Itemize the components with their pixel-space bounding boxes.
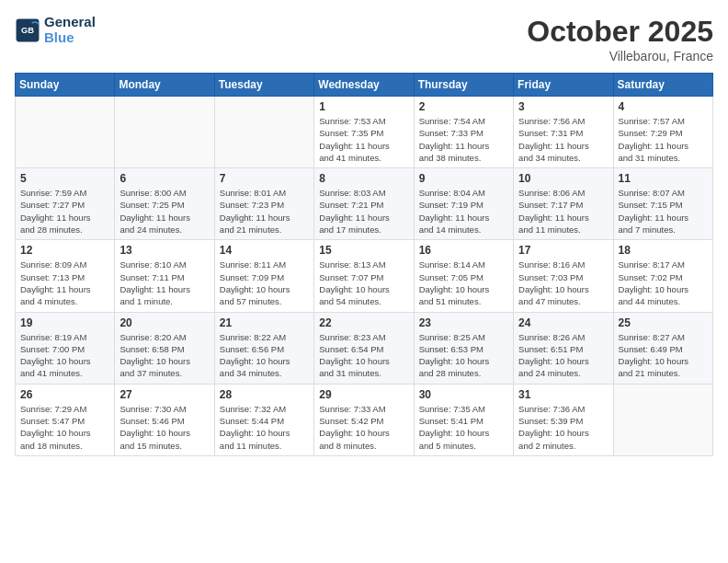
calendar-cell: 18Sunrise: 8:17 AM Sunset: 7:02 PM Dayli…	[613, 240, 712, 312]
svg-text:GB: GB	[21, 26, 34, 35]
calendar-cell: 12Sunrise: 8:09 AM Sunset: 7:13 PM Dayli…	[16, 240, 115, 312]
day-info: Sunrise: 7:35 AM Sunset: 5:41 PM Dayligh…	[419, 403, 508, 452]
weekday-header-sunday: Sunday	[16, 74, 115, 97]
calendar-cell	[115, 97, 214, 168]
calendar-week-5: 26Sunrise: 7:29 AM Sunset: 5:47 PM Dayli…	[16, 384, 713, 455]
calendar-cell: 8Sunrise: 8:03 AM Sunset: 7:21 PM Daylig…	[314, 168, 414, 240]
logo-text-line1: General	[44, 15, 96, 30]
calendar-cell: 11Sunrise: 8:07 AM Sunset: 7:15 PM Dayli…	[613, 168, 712, 240]
calendar-cell: 26Sunrise: 7:29 AM Sunset: 5:47 PM Dayli…	[16, 384, 115, 455]
day-number: 16	[419, 244, 508, 257]
day-info: Sunrise: 8:27 AM Sunset: 6:49 PM Dayligh…	[619, 331, 708, 380]
logo-icon: GB	[15, 17, 40, 43]
day-number: 17	[518, 244, 608, 257]
day-number: 2	[419, 100, 508, 113]
day-info: Sunrise: 8:04 AM Sunset: 7:19 PM Dayligh…	[419, 187, 508, 236]
calendar-cell: 27Sunrise: 7:30 AM Sunset: 5:46 PM Dayli…	[115, 384, 214, 455]
day-number: 1	[319, 100, 408, 113]
calendar-cell: 9Sunrise: 8:04 AM Sunset: 7:19 PM Daylig…	[414, 168, 513, 240]
calendar-cell: 23Sunrise: 8:25 AM Sunset: 6:53 PM Dayli…	[414, 312, 513, 384]
day-number: 8	[319, 172, 408, 185]
day-number: 14	[220, 244, 309, 257]
logo-text-line2: Blue	[44, 30, 96, 46]
calendar-cell: 15Sunrise: 8:13 AM Sunset: 7:07 PM Dayli…	[314, 240, 414, 312]
day-number: 22	[319, 316, 408, 329]
calendar-cell: 31Sunrise: 7:36 AM Sunset: 5:39 PM Dayli…	[514, 384, 613, 455]
day-number: 7	[220, 172, 309, 185]
day-number: 9	[419, 172, 508, 185]
calendar-cell	[16, 97, 115, 168]
logo: GB General Blue	[15, 15, 96, 45]
calendar-cell: 14Sunrise: 8:11 AM Sunset: 7:09 PM Dayli…	[214, 240, 313, 312]
calendar-week-2: 5Sunrise: 7:59 AM Sunset: 7:27 PM Daylig…	[16, 168, 713, 240]
day-info: Sunrise: 7:30 AM Sunset: 5:46 PM Dayligh…	[119, 403, 209, 452]
calendar-cell: 17Sunrise: 8:16 AM Sunset: 7:03 PM Dayli…	[514, 240, 613, 312]
weekday-header-tuesday: Tuesday	[214, 74, 313, 97]
day-info: Sunrise: 7:29 AM Sunset: 5:47 PM Dayligh…	[20, 403, 109, 452]
weekday-header-friday: Friday	[514, 74, 613, 97]
calendar-cell	[214, 97, 313, 168]
day-number: 21	[220, 316, 309, 329]
day-info: Sunrise: 7:57 AM Sunset: 7:29 PM Dayligh…	[619, 115, 708, 164]
day-info: Sunrise: 7:56 AM Sunset: 7:31 PM Dayligh…	[518, 115, 608, 164]
calendar-cell: 13Sunrise: 8:10 AM Sunset: 7:11 PM Dayli…	[115, 240, 214, 312]
calendar-cell: 2Sunrise: 7:54 AM Sunset: 7:33 PM Daylig…	[414, 97, 513, 168]
calendar-cell: 3Sunrise: 7:56 AM Sunset: 7:31 PM Daylig…	[514, 97, 613, 168]
day-info: Sunrise: 8:13 AM Sunset: 7:07 PM Dayligh…	[319, 259, 408, 307]
day-number: 18	[619, 244, 708, 257]
calendar-cell: 20Sunrise: 8:20 AM Sunset: 6:58 PM Dayli…	[115, 312, 214, 384]
day-number: 31	[518, 388, 608, 401]
calendar-cell: 25Sunrise: 8:27 AM Sunset: 6:49 PM Dayli…	[613, 312, 712, 384]
calendar-week-4: 19Sunrise: 8:19 AM Sunset: 7:00 PM Dayli…	[16, 312, 713, 384]
day-number: 3	[518, 100, 608, 113]
day-number: 11	[619, 172, 708, 185]
day-info: Sunrise: 8:01 AM Sunset: 7:23 PM Dayligh…	[220, 187, 309, 236]
day-number: 24	[518, 316, 608, 329]
day-info: Sunrise: 7:32 AM Sunset: 5:44 PM Dayligh…	[220, 403, 309, 452]
day-number: 28	[220, 388, 309, 401]
calendar-cell: 6Sunrise: 8:00 AM Sunset: 7:25 PM Daylig…	[115, 168, 214, 240]
day-number: 13	[119, 244, 209, 257]
day-info: Sunrise: 8:07 AM Sunset: 7:15 PM Dayligh…	[619, 187, 708, 236]
day-info: Sunrise: 8:14 AM Sunset: 7:05 PM Dayligh…	[419, 259, 508, 307]
weekday-header-row: SundayMondayTuesdayWednesdayThursdayFrid…	[16, 74, 713, 97]
weekday-header-monday: Monday	[115, 74, 214, 97]
day-info: Sunrise: 7:53 AM Sunset: 7:35 PM Dayligh…	[319, 115, 408, 164]
calendar-cell: 4Sunrise: 7:57 AM Sunset: 7:29 PM Daylig…	[613, 97, 712, 168]
calendar-cell: 24Sunrise: 8:26 AM Sunset: 6:51 PM Dayli…	[514, 312, 613, 384]
day-number: 15	[319, 244, 408, 257]
calendar-week-3: 12Sunrise: 8:09 AM Sunset: 7:13 PM Dayli…	[16, 240, 713, 312]
day-info: Sunrise: 7:59 AM Sunset: 7:27 PM Dayligh…	[20, 187, 109, 236]
calendar: SundayMondayTuesdayWednesdayThursdayFrid…	[15, 73, 713, 456]
day-number: 23	[419, 316, 508, 329]
calendar-cell: 1Sunrise: 7:53 AM Sunset: 7:35 PM Daylig…	[314, 97, 414, 168]
day-number: 29	[319, 388, 408, 401]
day-info: Sunrise: 8:25 AM Sunset: 6:53 PM Dayligh…	[419, 331, 508, 380]
day-number: 27	[119, 388, 209, 401]
day-number: 20	[119, 316, 209, 329]
month-title: October 2025	[527, 15, 713, 49]
calendar-cell: 10Sunrise: 8:06 AM Sunset: 7:17 PM Dayli…	[514, 168, 613, 240]
day-number: 5	[20, 172, 109, 185]
location: Villebarou, France	[527, 49, 713, 63]
calendar-cell: 5Sunrise: 7:59 AM Sunset: 7:27 PM Daylig…	[16, 168, 115, 240]
calendar-cell: 7Sunrise: 8:01 AM Sunset: 7:23 PM Daylig…	[214, 168, 313, 240]
calendar-cell: 16Sunrise: 8:14 AM Sunset: 7:05 PM Dayli…	[414, 240, 513, 312]
calendar-cell: 28Sunrise: 7:32 AM Sunset: 5:44 PM Dayli…	[214, 384, 313, 455]
weekday-header-saturday: Saturday	[613, 74, 712, 97]
calendar-header: SundayMondayTuesdayWednesdayThursdayFrid…	[16, 74, 713, 97]
calendar-body: 1Sunrise: 7:53 AM Sunset: 7:35 PM Daylig…	[16, 97, 713, 456]
day-info: Sunrise: 8:16 AM Sunset: 7:03 PM Dayligh…	[518, 259, 608, 307]
day-info: Sunrise: 8:06 AM Sunset: 7:17 PM Dayligh…	[518, 187, 608, 236]
calendar-week-1: 1Sunrise: 7:53 AM Sunset: 7:35 PM Daylig…	[16, 97, 713, 168]
title-block: October 2025 Villebarou, France	[527, 15, 713, 63]
day-info: Sunrise: 8:26 AM Sunset: 6:51 PM Dayligh…	[518, 331, 608, 380]
day-info: Sunrise: 8:22 AM Sunset: 6:56 PM Dayligh…	[220, 331, 309, 380]
day-info: Sunrise: 8:19 AM Sunset: 7:00 PM Dayligh…	[20, 331, 109, 380]
day-info: Sunrise: 8:20 AM Sunset: 6:58 PM Dayligh…	[119, 331, 209, 380]
calendar-cell: 30Sunrise: 7:35 AM Sunset: 5:41 PM Dayli…	[414, 384, 513, 455]
day-number: 26	[20, 388, 109, 401]
day-info: Sunrise: 7:36 AM Sunset: 5:39 PM Dayligh…	[518, 403, 608, 452]
day-info: Sunrise: 8:09 AM Sunset: 7:13 PM Dayligh…	[20, 259, 109, 307]
day-number: 6	[119, 172, 209, 185]
